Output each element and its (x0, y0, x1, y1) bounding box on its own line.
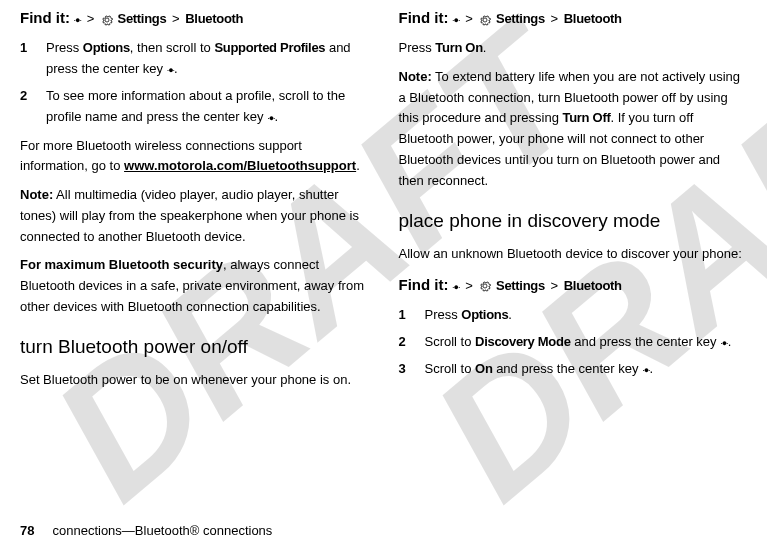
text: All multimedia (video player, audio play… (20, 187, 359, 244)
text: Scroll to (425, 334, 476, 349)
right-column: Find it: > Settings > Bluetooth Press Tu… (399, 2, 748, 510)
on-label: On (475, 361, 492, 376)
text: , then scroll to (130, 40, 215, 55)
step-text: Press Options. (425, 305, 748, 326)
step-number: 1 (20, 38, 46, 80)
step-1: 1 Press Options. (399, 305, 748, 326)
page-number: 78 (20, 523, 34, 538)
security-paragraph: For maximum Bluetooth security, always c… (20, 255, 369, 317)
text: . (174, 61, 178, 76)
section-heading: place phone in discovery mode (399, 206, 748, 236)
text: . (728, 334, 732, 349)
step-2: 2 Scroll to Discovery Mode and press the… (399, 332, 748, 353)
page-columns: Find it: > Settings > Bluetooth 1 Press … (0, 0, 767, 510)
bluetooth-label: Bluetooth (564, 278, 622, 293)
press-paragraph: Press Turn On. (399, 38, 748, 59)
text: and press the center key (493, 361, 643, 376)
find-it-path: Find it: > Settings > Bluetooth (20, 6, 369, 30)
turn-off-label: Turn Off (563, 110, 611, 125)
center-key-icon (452, 276, 459, 297)
step-number: 1 (399, 305, 425, 326)
step-text: Scroll to On and press the center key . (425, 359, 748, 380)
support-paragraph: For more Bluetooth wireless connections … (20, 136, 369, 178)
gear-icon (478, 276, 492, 297)
note-label: Note: (20, 187, 53, 202)
bluetooth-label: Bluetooth (564, 11, 622, 26)
text: Press (425, 307, 462, 322)
settings-label: Settings (496, 11, 545, 26)
step-1: 1 Press Options, then scroll to Supporte… (20, 38, 369, 80)
step-text: To see more information about a profile,… (46, 86, 369, 128)
section-text: Allow an unknown Bluetooth device to dis… (399, 244, 748, 265)
support-link[interactable]: www.motorola.com/Bluetoothsupport (124, 158, 356, 173)
step-2: 2 To see more information about a profil… (20, 86, 369, 128)
text: . (650, 361, 654, 376)
step-text: Scroll to Discovery Mode and press the c… (425, 332, 748, 353)
center-key-icon (167, 59, 174, 80)
center-key-icon (642, 359, 649, 380)
step-3: 3 Scroll to On and press the center key … (399, 359, 748, 380)
options-label: Options (83, 40, 130, 55)
gear-icon (100, 9, 114, 30)
note-paragraph: Note: To extend battery life when you ar… (399, 67, 748, 192)
security-label: For maximum Bluetooth security (20, 257, 223, 272)
settings-label: Settings (118, 11, 167, 26)
text: Press (46, 40, 83, 55)
note-paragraph: Note: All multimedia (video player, audi… (20, 185, 369, 247)
find-it-path: Find it: > Settings > Bluetooth (399, 273, 748, 297)
breadcrumb-separator: > (172, 11, 180, 26)
find-it-label: Find it: (20, 9, 70, 26)
step-number: 3 (399, 359, 425, 380)
options-label: Options (461, 307, 508, 322)
text: . (356, 158, 360, 173)
text: Press (399, 40, 436, 55)
breadcrumb-separator: > (551, 278, 559, 293)
step-number: 2 (399, 332, 425, 353)
text: Scroll to (425, 361, 476, 376)
breadcrumb-separator: > (87, 11, 95, 26)
find-it-label: Find it: (399, 276, 449, 293)
page-footer: 78connections—Bluetooth® connections (20, 521, 272, 542)
section-heading: turn Bluetooth power on/off (20, 332, 369, 362)
gear-icon (478, 9, 492, 30)
center-key-icon (452, 9, 459, 30)
note-label: Note: (399, 69, 432, 84)
settings-label: Settings (496, 278, 545, 293)
left-column: Find it: > Settings > Bluetooth 1 Press … (20, 2, 369, 510)
section-text: Set Bluetooth power to be on whenever yo… (20, 370, 369, 391)
chapter-title: connections—Bluetooth® connections (52, 523, 272, 538)
text: . (483, 40, 487, 55)
find-it-path: Find it: > Settings > Bluetooth (399, 6, 748, 30)
text: . (275, 109, 279, 124)
discovery-mode-label: Discovery Mode (475, 334, 571, 349)
step-text: Press Options, then scroll to Supported … (46, 38, 369, 80)
step-number: 2 (20, 86, 46, 128)
text: To see more information about a profile,… (46, 88, 345, 124)
text: and press the center key (571, 334, 721, 349)
supported-profiles-label: Supported Profiles (214, 40, 325, 55)
bluetooth-label: Bluetooth (185, 11, 243, 26)
center-key-icon (267, 107, 274, 128)
center-key-icon (720, 332, 727, 353)
breadcrumb-separator: > (551, 11, 559, 26)
text: . (508, 307, 512, 322)
breadcrumb-separator: > (465, 11, 473, 26)
breadcrumb-separator: > (465, 278, 473, 293)
turn-on-label: Turn On (435, 40, 482, 55)
center-key-icon (74, 9, 81, 30)
find-it-label: Find it: (399, 9, 449, 26)
